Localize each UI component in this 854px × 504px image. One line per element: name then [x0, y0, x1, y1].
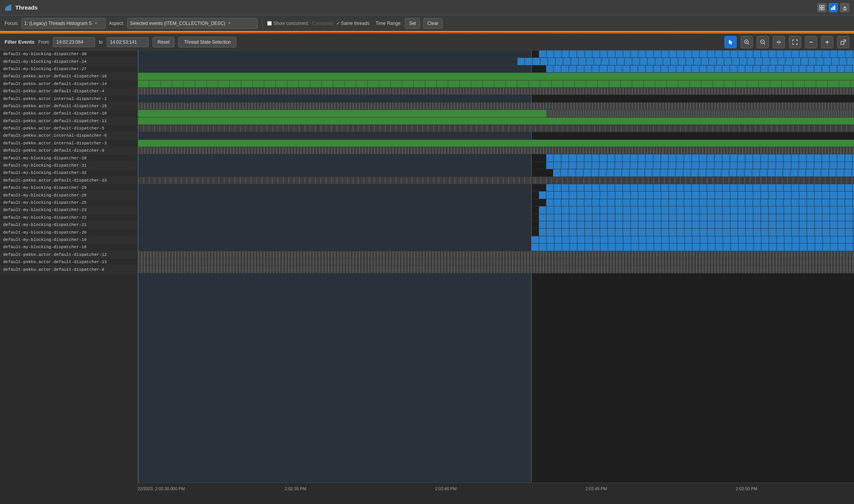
focus-label: Focus: [5, 21, 18, 26]
chart-row [138, 191, 854, 199]
chart-row [138, 73, 854, 80]
thread-list-item: default-pekko.actor.internal-dispatcher-… [0, 132, 138, 139]
time-axis-label: 5/22/2023, 2:02:30.000 PM [138, 486, 185, 491]
chart-area[interactable]: 5/22/2023, 2:02:30.000 PM2:02:35 PM2:02:… [138, 51, 854, 494]
thread-list-item: default-my-blocking-dispatcher-27 [0, 65, 138, 73]
thread-list-item: default-pekko.actor.default-dispatcher-5 [0, 125, 138, 132]
thread-list-item: default-pekko.actor.default-dispatcher-4 [0, 88, 138, 95]
chart-row [138, 244, 854, 251]
chart-row [138, 221, 854, 229]
thread-list-item: default-my-blocking-dispatcher-29 [0, 184, 138, 191]
filter-events-label: Filter Events [5, 39, 34, 45]
focus-select[interactable]: 1: (Legacy) Threads Histogram S ▼ [21, 18, 106, 29]
thread-list-item: default-my-blocking-dispatcher-30 [0, 51, 138, 58]
chart-row [138, 266, 854, 273]
increase-button[interactable] [821, 36, 833, 48]
thread-list-item: default-pekko.actor.default-dispatcher-1… [0, 118, 138, 125]
app-icon [5, 4, 12, 11]
svg-rect-4 [820, 5, 821, 7]
contained-label: Contained [312, 21, 333, 26]
aspect-select-value: Selected events (ITEM_COLLECTION_DESC) [130, 21, 225, 26]
chart-row [138, 169, 854, 177]
chart-row [138, 184, 854, 191]
thread-list-item: default-pekko.actor.default-dispatcher-1… [0, 251, 138, 259]
aspect-label: Aspect: [109, 21, 124, 26]
thread-list-item: default-pekko.actor.internal-dispatcher-… [0, 140, 138, 147]
chart-row [138, 162, 854, 169]
thread-list-item: default-my-blocking-dispatcher-28 [0, 154, 138, 162]
chart-row [138, 95, 854, 102]
chart-row [138, 51, 854, 58]
time-axis: 5/22/2023, 2:02:30.000 PM2:02:35 PM2:02:… [138, 483, 854, 494]
window-controls [817, 3, 849, 12]
same-threads-label: ✓ Same threads [336, 21, 370, 26]
chart-row [138, 65, 854, 73]
time-range-label: Time Range: [376, 21, 402, 26]
chart-row [138, 236, 854, 244]
decrease-button[interactable] [805, 36, 817, 48]
chart-row [138, 110, 854, 117]
thread-list-item: default-my-blocking-dispatcher-26 [0, 191, 138, 199]
chart-row [138, 118, 854, 125]
separator-1 [262, 18, 263, 29]
show-concurrent-checkbox[interactable] [267, 21, 272, 26]
svg-rect-0 [5, 7, 7, 11]
time-axis-label: 2:02:35 PM [285, 486, 306, 491]
external-link-button[interactable] [837, 36, 849, 48]
thread-list-item: default-pekko.actor.default-dispatcher-1… [0, 110, 138, 117]
chart-row [138, 251, 854, 259]
layout-btn[interactable] [817, 3, 826, 12]
svg-rect-1 [7, 6, 8, 11]
thread-list-item: default-pekko.actor.default-dispatcher-8 [0, 266, 138, 273]
thread-list-item: default-my-blocking-dispatcher-23 [0, 206, 138, 214]
thread-state-button[interactable]: Thread State Selection [178, 37, 236, 47]
thread-list-item: default-pekko.actor.default-dispatcher-1… [0, 103, 138, 110]
reset-button[interactable]: Reset [153, 37, 174, 47]
time-axis-label: 2:02:50 PM [736, 486, 757, 491]
svg-rect-10 [834, 5, 835, 10]
chart-row [138, 88, 854, 95]
thread-list-item: default-pekko.actor.default-dispatcher-3… [0, 177, 138, 184]
from-label: From [38, 39, 49, 45]
chart-row [138, 214, 854, 221]
chart-row [138, 199, 854, 206]
pan-tool-button[interactable] [773, 36, 785, 48]
thread-list-item: default-pekko.actor.default-dispatcher-1… [0, 259, 138, 266]
time-axis-label: 2:02:45 PM [585, 486, 607, 491]
chart-row [138, 80, 854, 88]
svg-rect-5 [822, 5, 824, 7]
chart-row [138, 154, 854, 162]
aspect-select-arrow: ▼ [228, 21, 232, 25]
clear-button[interactable]: Clear [423, 18, 443, 29]
to-time-input[interactable] [107, 37, 149, 47]
aspect-select[interactable]: Selected events (ITEM_COLLECTION_DESC) ▼ [127, 18, 258, 29]
set-button[interactable]: Set [405, 18, 420, 29]
thread-list-item: default-my-blocking-dispatcher-19 [0, 236, 138, 244]
chart-canvas [138, 51, 854, 483]
thread-list-item: default-my-blocking-dispatcher-31 [0, 162, 138, 169]
window-title: Threads [15, 4, 38, 11]
thread-list-item: default-my-blocking-dispatcher-25 [0, 199, 138, 206]
chart-row [138, 125, 854, 132]
thread-list-item: default-pekko.actor.default-dispatcher-1… [0, 73, 138, 80]
thread-list-item: default-my-blocking-dispatcher-32 [0, 169, 138, 177]
chart-row [138, 132, 854, 139]
cursor-tool-button[interactable] [724, 36, 737, 48]
toolbar: Focus: 1: (Legacy) Threads Histogram S ▼… [0, 15, 854, 32]
export-btn[interactable] [840, 3, 849, 12]
zoom-out-button[interactable] [757, 36, 769, 48]
zoom-in-button[interactable] [741, 36, 753, 48]
show-concurrent-label[interactable]: Show concurrent: [267, 21, 309, 26]
chart-btn[interactable] [829, 3, 838, 12]
filter-bar: Filter Events From to Reset Thread State… [0, 34, 854, 51]
focus-select-arrow: ▼ [94, 21, 98, 25]
svg-rect-6 [820, 8, 821, 10]
svg-line-19 [764, 43, 765, 44]
svg-rect-9 [833, 7, 834, 10]
fit-button[interactable] [789, 36, 801, 48]
svg-rect-3 [10, 5, 11, 11]
thread-list-item: default-pekko.actor.default-dispatcher-1… [0, 80, 138, 88]
thread-list-item: default-my-blocking-dispatcher-24 [0, 58, 138, 65]
from-time-input[interactable] [53, 37, 95, 47]
svg-line-16 [748, 43, 749, 44]
